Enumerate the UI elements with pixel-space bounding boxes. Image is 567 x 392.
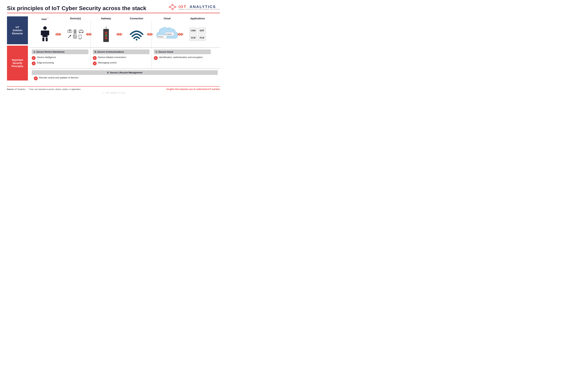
main-title: Six principles of IoT Cyber Security acr… <box>7 5 146 11</box>
principle-5-text: Identification, authentication and encry… <box>159 56 203 59</box>
principle-3-text: Device initiated connections <box>98 56 126 59</box>
svg-rect-13 <box>42 30 48 37</box>
svg-text:Analytics: Analytics <box>166 33 172 35</box>
circle-1: 1 <box>32 56 36 60</box>
section-d: D. Secure Lifecycle Management 6 Remote … <box>30 69 220 83</box>
section-c-header: C. Secure Cloud <box>154 49 211 54</box>
svg-marker-39 <box>86 33 92 36</box>
col-header-devices: Device(s) <box>60 16 91 21</box>
section-b: B. Secure Communications 3 Device initia… <box>91 48 152 69</box>
svg-rect-17 <box>47 30 49 35</box>
diagram-container: IoTSolutionElements ImportantSecurityPri… <box>7 16 220 83</box>
app-erp: ERP <box>198 28 206 34</box>
svg-point-8 <box>170 7 170 7</box>
svg-point-26 <box>75 32 75 33</box>
svg-marker-44 <box>147 33 153 36</box>
principle-4-text: Messaging control <box>98 61 117 64</box>
svg-marker-50 <box>178 33 183 36</box>
column-headers: User * Device(s) Gateway Connection Clou… <box>28 16 220 21</box>
svg-point-12 <box>43 26 47 30</box>
principles-section: A. Secure Device (Hardware) 1 Device int… <box>30 48 220 69</box>
principle-6-text: Remote control and updates of devices <box>39 76 78 79</box>
svg-point-24 <box>75 30 75 31</box>
red-divider <box>7 13 220 13</box>
section-a-header: A. Secure Device (Hardware) <box>32 49 89 54</box>
security-principles-label: ImportantSecurityPrinciples <box>7 46 28 81</box>
principle-2-text: Edge processing <box>37 61 54 64</box>
svg-rect-35 <box>74 35 74 36</box>
logo-top-text: IOT ANALYTICS <box>179 5 220 9</box>
svg-line-30 <box>68 35 71 38</box>
footer-left: Source: IoT Analytics * User: can repres… <box>7 88 81 90</box>
svg-line-7 <box>173 8 175 9</box>
svg-marker-41 <box>117 33 122 36</box>
svg-line-56 <box>103 93 104 93</box>
logo-icon <box>168 3 177 11</box>
app-plm: PLM <box>198 35 206 41</box>
col-header-user: User * <box>30 16 60 21</box>
cloud-icon: Platform Analytics <box>156 26 179 42</box>
svg-line-57 <box>102 93 103 94</box>
section-c: C. Secure Cloud 5 Identification, authen… <box>152 48 213 69</box>
svg-point-34 <box>75 36 75 37</box>
gateway-icon <box>103 27 109 42</box>
logo-text: IOT ANALYTICS MARKET INSIGHTS FOR THE IN… <box>179 5 220 10</box>
bottom-logo: IOT ANALYTICS <box>7 92 220 94</box>
svg-point-25 <box>75 31 75 32</box>
header: Six principles of IoT Cyber Security acr… <box>7 3 220 11</box>
footer-tagline: Insights that empower you to understand … <box>166 88 220 90</box>
svg-rect-14 <box>42 38 44 41</box>
col-header-connection: Connection <box>121 16 152 21</box>
svg-line-5 <box>173 5 175 6</box>
logo-area: IOT ANALYTICS MARKET INSIGHTS FOR THE IN… <box>168 3 220 11</box>
section-a: A. Secure Device (Hardware) 1 Device int… <box>30 48 91 69</box>
svg-line-58 <box>103 93 104 94</box>
app-crm: CRM <box>189 28 197 34</box>
svg-rect-22 <box>69 30 71 30</box>
apps-grid: CRM ERP SCM PLM <box>189 27 207 42</box>
svg-line-6 <box>171 8 172 9</box>
principle-1: 1 Device intelligence <box>32 56 89 60</box>
circle-6: 6 <box>34 76 38 80</box>
svg-line-55 <box>102 93 103 93</box>
svg-point-29 <box>82 32 83 33</box>
logo-analytics: ANALYTICS <box>190 4 216 9</box>
svg-rect-20 <box>68 30 72 33</box>
applications-cell: CRM ERP SCM PLM <box>182 21 213 47</box>
circle-3: 3 <box>93 56 97 60</box>
page: Six principles of IoT Cyber Security acr… <box>0 0 227 157</box>
iot-solution-label: IoTSolutionElements <box>7 16 28 44</box>
svg-point-51 <box>102 93 103 93</box>
device-icons <box>68 29 84 39</box>
bottom-logo-text: IOT ANALYTICS <box>105 92 125 94</box>
svg-point-28 <box>79 32 80 33</box>
svg-point-9 <box>172 4 173 5</box>
left-labels: IoTSolutionElements ImportantSecurityPri… <box>7 16 28 83</box>
footer: Source: IoT Analytics * User: can repres… <box>7 86 220 90</box>
principle-2: 2 Edge processing <box>32 61 89 65</box>
circle-4: 4 <box>93 61 97 65</box>
svg-point-42 <box>136 39 137 41</box>
svg-point-10 <box>175 7 176 7</box>
right-content: User * Device(s) Gateway Connection Clou… <box>28 16 220 83</box>
section-b-header: B. Secure Communications <box>93 49 149 54</box>
logo-tagline: MARKET INSIGHTS FOR THE INTERNET OF THIN… <box>179 9 220 10</box>
wifi-icon <box>129 27 144 41</box>
logo-iot: IOT <box>179 4 187 9</box>
circle-5: 5 <box>154 56 158 60</box>
app-scm: SCM <box>189 35 197 41</box>
col-header-cloud: Cloud <box>152 16 182 21</box>
principle-5: 5 Identification, authentication and enc… <box>154 56 211 60</box>
principle-1-text: Device intelligence <box>37 56 56 59</box>
elements-row: Platform Analytics <box>28 21 220 83</box>
principle-6: 6 Remote control and updates of devices <box>32 76 218 80</box>
principle-3: 3 Device initiated connections <box>93 56 149 60</box>
source-label: Source: <box>7 88 14 90</box>
svg-point-53 <box>104 93 104 93</box>
svg-point-11 <box>172 9 173 9</box>
col-header-applications: Applications <box>182 16 213 21</box>
section-d-header: D. Secure Lifecycle Management <box>32 70 218 75</box>
col-header-gateway: Gateway <box>91 16 121 21</box>
svg-rect-15 <box>46 38 48 41</box>
svg-point-21 <box>69 31 71 32</box>
